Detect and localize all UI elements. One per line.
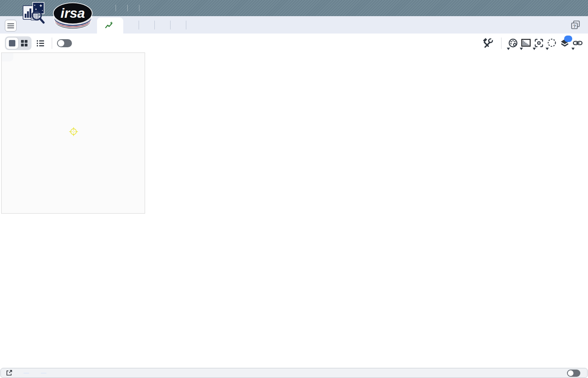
nav-divider	[127, 5, 128, 11]
color-palette-icon	[508, 38, 518, 48]
histogram-button[interactable]	[519, 36, 532, 50]
help-button[interactable]: ?	[570, 20, 581, 30]
image-grid	[0, 52, 588, 378]
nav-divider	[139, 5, 139, 11]
grid-view-button[interactable]	[18, 38, 30, 49]
tabs	[97, 16, 186, 34]
select-region-icon	[546, 38, 557, 48]
tab-results[interactable]	[97, 17, 123, 34]
status-bar	[0, 368, 588, 378]
grid-view-icon	[20, 39, 29, 48]
hamburger-icon	[7, 23, 14, 29]
external-link-icon	[6, 370, 13, 376]
dropdown-arrow-icon	[533, 48, 536, 50]
list-view-icon	[36, 38, 45, 48]
image-panel[interactable]	[1, 52, 145, 214]
histogram-icon	[521, 38, 531, 48]
tab-divider	[186, 21, 186, 29]
irsa-brand-logo-icon: irsa	[53, 0, 94, 31]
tools-icon	[482, 38, 493, 48]
flux-label[interactable]	[41, 373, 46, 374]
center-image-button[interactable]	[532, 36, 545, 50]
irsa-viewer-app: irsa	[0, 0, 588, 378]
tab-images[interactable]	[123, 16, 139, 34]
tools-button[interactable]	[481, 36, 494, 50]
center-image-icon	[533, 38, 544, 48]
toolbar-divider	[501, 38, 502, 49]
single-view-icon	[8, 39, 17, 48]
scroll-images-toggle[interactable]	[57, 39, 72, 47]
dropdown-arrow-icon	[571, 48, 575, 50]
svg-text:irsa: irsa	[61, 5, 85, 21]
coord-system-label[interactable]	[23, 373, 29, 374]
click-lock-toggle[interactable]	[567, 370, 580, 377]
single-view-button[interactable]	[6, 38, 18, 49]
link-button[interactable]	[571, 36, 584, 50]
select-region-button[interactable]	[545, 36, 558, 50]
main-nav	[104, 0, 151, 16]
tab-catalogs[interactable]	[139, 16, 154, 34]
target-marker	[68, 126, 79, 139]
dropdown-arrow-icon	[546, 48, 549, 50]
list-view-button[interactable]	[34, 37, 47, 49]
layers-button[interactable]	[558, 36, 571, 50]
nav-divider	[116, 5, 116, 11]
color-palette-button[interactable]	[506, 36, 519, 50]
help-icon: ?	[570, 20, 581, 30]
dropdown-arrow-icon	[507, 48, 510, 50]
sidebar-menu-button[interactable]	[5, 20, 17, 32]
expand-readout-button[interactable]	[5, 369, 13, 377]
link-icon	[572, 38, 583, 48]
panel-title	[2, 53, 13, 61]
target-crosshair-icon	[68, 126, 79, 137]
dropdown-arrow-icon	[520, 48, 523, 50]
click-lock-group	[567, 370, 584, 377]
toolbar-divider	[52, 38, 52, 49]
tab-job-monitor[interactable]	[171, 16, 186, 34]
layout-segmented-control	[5, 36, 32, 50]
results-chart-icon	[105, 21, 113, 29]
irsa-viewer-logo[interactable]	[21, 2, 48, 26]
svg-text:?: ?	[573, 24, 576, 29]
tab-upload[interactable]	[155, 16, 170, 34]
toolbar-right-icons	[481, 36, 584, 50]
irsa-brand-logo[interactable]: irsa	[53, 0, 94, 33]
irsa-viewer-logo-icon	[22, 2, 46, 25]
viewer-toolbar	[0, 34, 588, 53]
